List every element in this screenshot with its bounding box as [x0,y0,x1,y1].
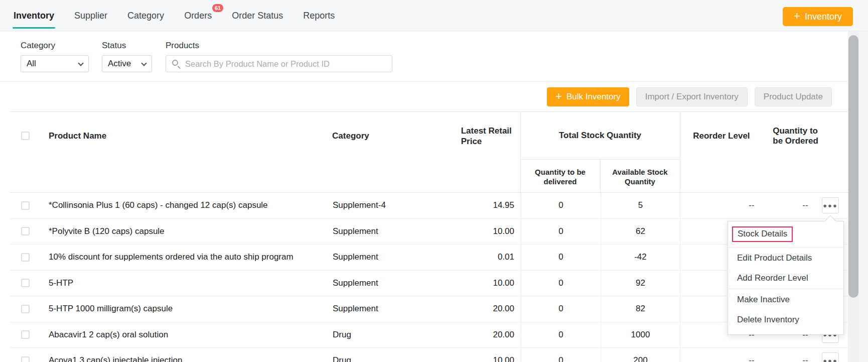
cell-latest-retail-price: 10.00 [439,348,521,362]
products-filter-label: Products [166,41,392,51]
main-content: Category All Status Active Products [0,31,848,362]
menu-item-label: Delete Inventory [737,315,799,324]
header-total-stock-quantity-group: Total Stock Quantity Quantity to be deli… [520,112,680,193]
cell-quantity-to-be-ordered: -- [773,193,820,218]
chevron-down-icon [141,60,147,66]
row-checkbox[interactable] [21,201,30,210]
cell-latest-retail-price: 10.00 [439,219,521,245]
menu-separator [728,289,843,289]
cell-product-name: Abacavir1 2 cap(s) oral solution [45,322,321,348]
nav-item-label: Reports [303,11,335,21]
table-row: Acova1 3 cap(s) injectable injection Dru… [10,348,848,362]
product-update-button[interactable]: Product Update [755,87,832,106]
row-checkbox[interactable] [21,330,30,339]
cell-latest-retail-price: 20.00 [439,322,521,348]
nav-items: InventorySupplierCategoryOrders61Order S… [14,0,335,31]
search-icon [172,60,178,66]
inventory-app: InventorySupplierCategoryOrders61Order S… [0,0,868,362]
menu-item-label: Edit Product Details [737,253,812,263]
inventory-table: Product Name Category Latest Retail Pric… [10,111,848,362]
table-header: Product Name Category Latest Retail Pric… [10,111,848,193]
header-total-stock-quantity: Total Stock Quantity [521,112,680,160]
cell-quantity-to-be-delivered: 0 [521,193,601,218]
cell-category: Supplement [321,245,439,270]
cell-quantity-to-be-delivered: 0 [521,271,601,296]
products-filter-group: Products [166,41,392,81]
bulk-inventory-label: Bulk Inventory [566,92,621,102]
nav-item-order-status[interactable]: Order Status [232,0,283,31]
cell-quantity-to-be-delivered: 0 [521,322,601,348]
status-select[interactable]: Active [102,55,152,72]
row-checkbox[interactable] [21,279,30,287]
add-inventory-button[interactable]: + Inventory [783,7,853,26]
filters-bar: Category All Status Active Products [0,31,848,81]
nav-item-category[interactable]: Category [127,0,164,31]
status-filter-group: Status Active [102,41,152,81]
cell-reorder-level: -- [680,193,773,218]
row-checkbox[interactable] [21,227,30,235]
cell-reorder-level: -- [680,348,773,362]
menu-item-add-reorder-level[interactable]: Add Reorder Level [728,268,843,288]
row-checkbox[interactable] [21,253,30,262]
menu-items: Stock DetailsEdit Product DetailsAdd Reo… [728,226,843,330]
table-row: 5-HTP 1000 milligram(s) capsule Suppleme… [10,296,848,322]
import-export-inventory-button[interactable]: Import / Export Inventory [636,87,748,106]
menu-item-stock-details[interactable]: Stock Details [728,226,843,247]
table-row: *Collinsonia Plus 1 (60 caps) - changed … [10,193,848,219]
vertical-scrollbar-track[interactable] [848,31,859,362]
cell-category: Supplement [321,296,439,322]
row-checkbox[interactable] [21,305,30,313]
header-latest-retail-price: Latest Retail Price [439,112,520,160]
chevron-down-icon [78,60,83,66]
nav-item-inventory[interactable]: Inventory [14,0,54,31]
menu-item-delete-inventory[interactable]: Delete Inventory [728,310,843,330]
nav-item-label: Category [127,11,164,21]
table-row: 10% discount for supplements ordered via… [10,245,848,271]
table-row: *Polyvite B (120 caps) capsule Supplemen… [10,219,848,245]
row-actions-button[interactable]: ●●● [822,352,839,362]
nav-item-supplier[interactable]: Supplier [74,0,107,31]
cell-available-stock-quantity: 82 [601,296,680,322]
status-select-value: Active [108,59,131,69]
cell-quantity-to-be-delivered: 0 [521,219,601,245]
cell-available-stock-quantity: 92 [601,271,680,296]
menu-item-label: Stock Details [732,226,793,242]
bulk-inventory-button[interactable]: + Bulk Inventory [547,87,629,106]
header-reorder-level: Reorder Level [680,112,773,160]
cell-latest-retail-price: 0.01 [439,245,521,270]
top-navigation: InventorySupplierCategoryOrders61Order S… [0,0,868,31]
cell-quantity-to-be-delivered: 0 [521,348,601,362]
cell-product-name: 5-HTP [45,271,321,296]
plus-icon: + [555,91,562,102]
vertical-scrollbar-thumb[interactable] [848,35,858,298]
cell-product-name: 10% discount for supplements ordered via… [45,245,321,270]
cell-available-stock-quantity: 62 [601,219,680,245]
row-checkbox[interactable] [21,356,30,362]
products-search-input[interactable] [166,55,392,72]
cell-quantity-to-be-delivered: 0 [521,296,601,322]
nav-item-orders[interactable]: Orders61 [184,0,212,31]
menu-item-edit-product-details[interactable]: Edit Product Details [728,248,843,268]
row-actions-button[interactable]: ●●● [822,197,839,213]
table-body: *Collinsonia Plus 1 (60 caps) - changed … [10,193,848,362]
cell-category: Supplement [321,219,439,245]
category-filter-group: Category All [21,41,89,81]
cell-category: Drug [321,348,439,362]
row-context-menu: Stock DetailsEdit Product DetailsAdd Reo… [728,221,844,335]
cell-category: Supplement [321,271,439,296]
header-product-name: Product Name [45,112,321,160]
header-actions [820,112,848,160]
cell-available-stock-quantity: 5 [601,193,680,218]
category-select[interactable]: All [21,55,89,72]
nav-item-label: Orders [184,11,212,21]
nav-item-reports[interactable]: Reports [303,0,335,31]
cell-product-name: Acova1 3 cap(s) injectable injection [45,348,321,362]
cell-quantity-to-be-delivered: 0 [521,245,601,270]
cell-category: Drug [321,322,439,348]
select-all-checkbox[interactable] [21,132,30,140]
header-available-stock-quantity: Available Stock Quantity [601,160,680,193]
cell-latest-retail-price: 20.00 [439,296,521,322]
menu-item-make-inactive[interactable]: Make Inactive [728,290,843,310]
header-category: Category [321,112,439,160]
table-row: Abacavir1 2 cap(s) oral solution Drug 20… [10,322,848,348]
